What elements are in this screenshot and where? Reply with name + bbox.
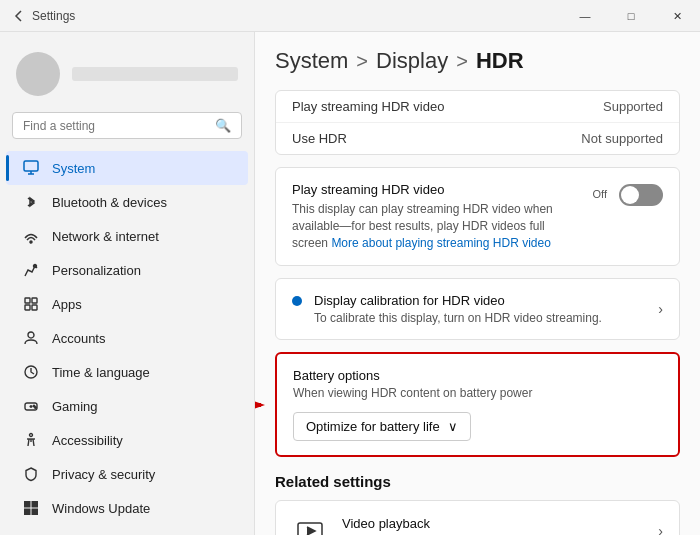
accessibility-icon (22, 431, 40, 449)
breadcrumb-hdr: HDR (476, 48, 524, 74)
summary-key-1: Play streaming HDR video (292, 99, 444, 114)
svg-rect-6 (32, 298, 37, 303)
gaming-icon (22, 397, 40, 415)
breadcrumb-system: System (275, 48, 348, 74)
svg-rect-21 (32, 509, 39, 516)
sidebar-item-network[interactable]: Network & internet (6, 219, 248, 253)
red-arrow-annotation (255, 375, 273, 435)
battery-dropdown-arrow-icon: ∨ (448, 419, 458, 434)
summary-val-2: Not supported (581, 131, 663, 146)
breadcrumb-display: Display (376, 48, 448, 74)
battery-dropdown-label: Optimize for battery life (306, 419, 440, 434)
battery-options-card: Battery options When viewing HDR content… (275, 352, 680, 457)
sidebar-label-network: Network & internet (52, 229, 159, 244)
search-box[interactable]: 🔍 (12, 112, 242, 139)
summary-key-2: Use HDR (292, 131, 347, 146)
svg-point-4 (34, 265, 37, 268)
svg-rect-20 (24, 509, 31, 516)
apps-icon (22, 295, 40, 313)
sidebar-item-personalization[interactable]: Personalization (6, 253, 248, 287)
calibration-chevron-icon: › (658, 301, 663, 317)
maximize-button[interactable]: □ (608, 0, 654, 32)
main-layout: 🔍 System Bluetooth & devices (0, 32, 700, 535)
svg-rect-19 (32, 501, 39, 508)
titlebar: Settings — □ ✕ (0, 0, 700, 32)
personalization-icon (22, 261, 40, 279)
close-button[interactable]: ✕ (654, 0, 700, 32)
video-playback-card[interactable]: Video playback Video adjustments, HDR st… (275, 500, 680, 535)
svg-rect-8 (32, 305, 37, 310)
svg-rect-0 (24, 161, 38, 171)
video-playback-text: Video playback Video adjustments, HDR st… (342, 516, 615, 535)
titlebar-title: Settings (32, 9, 75, 23)
sidebar-item-system[interactable]: System (6, 151, 248, 185)
user-avatar-section (0, 44, 254, 112)
summary-table: Play streaming HDR video Supported Use H… (275, 90, 680, 155)
summary-val-1: Supported (603, 99, 663, 114)
sidebar-label-time: Time & language (52, 365, 150, 380)
sidebar: 🔍 System Bluetooth & devices (0, 32, 255, 535)
minimize-button[interactable]: — (562, 0, 608, 32)
streaming-hdr-title: Play streaming HDR video (292, 182, 577, 197)
svg-rect-18 (24, 501, 31, 508)
summary-row-1: Play streaming HDR video Supported (276, 91, 679, 123)
battery-options-desc: When viewing HDR content on battery powe… (293, 386, 662, 400)
network-icon (22, 227, 40, 245)
sidebar-item-accounts[interactable]: Accounts (6, 321, 248, 355)
sidebar-item-apps[interactable]: Apps (6, 287, 248, 321)
svg-point-3 (30, 241, 32, 243)
svg-rect-5 (25, 298, 30, 303)
sidebar-label-accessibility: Accessibility (52, 433, 123, 448)
video-playback-title: Video playback (342, 516, 615, 531)
sidebar-item-time[interactable]: Time & language (6, 355, 248, 389)
svg-point-15 (35, 407, 37, 409)
calibration-title: Display calibration for HDR video (314, 293, 602, 308)
search-input[interactable] (23, 119, 207, 133)
sidebar-label-privacy: Privacy & security (52, 467, 155, 482)
calibration-desc: To calibrate this display, turn on HDR v… (314, 311, 602, 325)
sidebar-label-personalization: Personalization (52, 263, 141, 278)
sidebar-label-windows: Windows Update (52, 501, 150, 516)
calibration-dot (292, 296, 302, 306)
video-playback-icon (292, 513, 328, 535)
svg-rect-7 (25, 305, 30, 310)
related-settings-title: Related settings (275, 473, 680, 490)
breadcrumb: System > Display > HDR (275, 48, 680, 74)
streaming-hdr-card: Play streaming HDR video This display ca… (275, 167, 680, 266)
svg-point-16 (30, 434, 33, 437)
sidebar-label-bluetooth: Bluetooth & devices (52, 195, 167, 210)
content-area: System > Display > HDR Play streaming HD… (255, 32, 700, 535)
system-icon (22, 159, 40, 177)
summary-row-2: Use HDR Not supported (276, 123, 679, 154)
streaming-hdr-link[interactable]: More about playing streaming HDR video (331, 236, 550, 250)
toggle-label: Off (593, 188, 607, 200)
time-icon (22, 363, 40, 381)
windows-icon (22, 499, 40, 517)
search-icon: 🔍 (215, 118, 231, 133)
sidebar-item-gaming[interactable]: Gaming (6, 389, 248, 423)
sidebar-item-windows[interactable]: Windows Update (6, 491, 248, 525)
toggle-group: Off (593, 182, 663, 206)
avatar (16, 52, 60, 96)
sidebar-item-accessibility[interactable]: Accessibility (6, 423, 248, 457)
breadcrumb-sep1: > (356, 50, 368, 73)
back-button[interactable]: Settings (12, 9, 75, 23)
battery-dropdown[interactable]: Optimize for battery life ∨ (293, 412, 471, 441)
sidebar-label-accounts: Accounts (52, 331, 105, 346)
sidebar-item-privacy[interactable]: Privacy & security (6, 457, 248, 491)
user-name (72, 67, 238, 81)
sidebar-item-bluetooth[interactable]: Bluetooth & devices (6, 185, 248, 219)
streaming-hdr-toggle[interactable] (619, 184, 663, 206)
sidebar-label-apps: Apps (52, 297, 82, 312)
battery-options-title: Battery options (293, 368, 662, 383)
sidebar-label-gaming: Gaming (52, 399, 98, 414)
svg-point-9 (28, 332, 34, 338)
privacy-icon (22, 465, 40, 483)
breadcrumb-sep2: > (456, 50, 468, 73)
calibration-card[interactable]: Display calibration for HDR video To cal… (275, 278, 680, 340)
sidebar-label-system: System (52, 161, 95, 176)
window-controls: — □ ✕ (562, 0, 700, 32)
streaming-hdr-desc: This display can play streaming HDR vide… (292, 201, 577, 251)
video-playback-chevron-icon: › (658, 523, 663, 535)
bluetooth-icon (22, 193, 40, 211)
